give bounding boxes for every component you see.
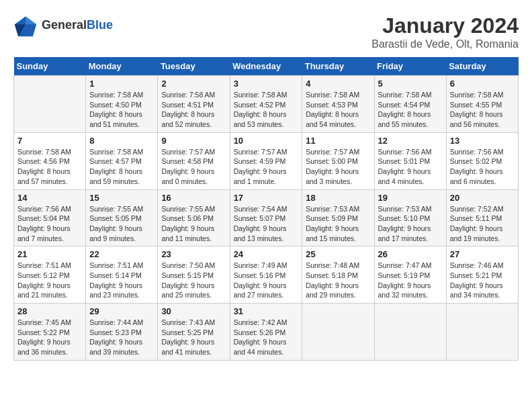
day-header-tuesday: Tuesday xyxy=(158,57,230,76)
calendar-cell xyxy=(14,76,86,133)
day-info: Sunrise: 7:57 AM Sunset: 4:59 PM Dayligh… xyxy=(234,147,299,187)
logo: GeneralBlue xyxy=(13,13,113,38)
day-number: 15 xyxy=(89,193,154,203)
day-info: Sunrise: 7:55 AM Sunset: 5:05 PM Dayligh… xyxy=(89,204,154,244)
day-info: Sunrise: 7:47 AM Sunset: 5:19 PM Dayligh… xyxy=(378,261,443,300)
day-header-wednesday: Wednesday xyxy=(230,57,302,76)
day-info: Sunrise: 7:48 AM Sunset: 5:18 PM Dayligh… xyxy=(306,261,370,300)
calendar-cell: 27Sunrise: 7:46 AM Sunset: 5:21 PM Dayli… xyxy=(446,246,518,304)
day-number: 7 xyxy=(17,136,82,146)
day-number: 8 xyxy=(89,136,154,146)
day-number: 25 xyxy=(306,249,370,259)
page-title: January 2024 xyxy=(371,13,519,38)
calendar-cell: 7Sunrise: 7:58 AM Sunset: 4:56 PM Daylig… xyxy=(14,132,86,189)
day-number: 17 xyxy=(234,193,299,203)
calendar-cell xyxy=(374,304,446,361)
calendar-cell: 28Sunrise: 7:45 AM Sunset: 5:22 PM Dayli… xyxy=(14,304,86,361)
day-number: 12 xyxy=(378,136,443,146)
day-number: 27 xyxy=(450,249,515,259)
calendar-cell: 16Sunrise: 7:55 AM Sunset: 5:06 PM Dayli… xyxy=(158,189,230,246)
day-number: 9 xyxy=(161,136,226,146)
day-info: Sunrise: 7:56 AM Sunset: 5:04 PM Dayligh… xyxy=(17,204,82,244)
logo-text: GeneralBlue xyxy=(42,19,113,32)
day-info: Sunrise: 7:57 AM Sunset: 4:58 PM Dayligh… xyxy=(161,147,226,187)
day-number: 1 xyxy=(89,79,154,89)
day-info: Sunrise: 7:46 AM Sunset: 5:21 PM Dayligh… xyxy=(450,261,515,300)
header-row: SundayMondayTuesdayWednesdayThursdayFrid… xyxy=(14,57,519,76)
calendar-cell: 6Sunrise: 7:58 AM Sunset: 4:55 PM Daylig… xyxy=(446,76,518,133)
calendar-cell: 19Sunrise: 7:53 AM Sunset: 5:10 PM Dayli… xyxy=(374,189,446,246)
calendar-cell: 11Sunrise: 7:57 AM Sunset: 5:00 PM Dayli… xyxy=(302,132,374,189)
day-number: 19 xyxy=(378,193,443,203)
day-number: 3 xyxy=(234,79,299,89)
day-number: 4 xyxy=(306,79,370,89)
calendar-cell: 20Sunrise: 7:52 AM Sunset: 5:11 PM Dayli… xyxy=(446,189,518,246)
day-number: 23 xyxy=(161,249,226,259)
day-number: 5 xyxy=(378,79,443,89)
calendar-cell: 13Sunrise: 7:56 AM Sunset: 5:02 PM Dayli… xyxy=(446,132,518,189)
day-header-saturday: Saturday xyxy=(446,57,518,76)
day-info: Sunrise: 7:43 AM Sunset: 5:25 PM Dayligh… xyxy=(161,318,226,357)
calendar-cell: 4Sunrise: 7:58 AM Sunset: 4:53 PM Daylig… xyxy=(302,76,374,133)
day-number: 20 xyxy=(450,193,515,203)
calendar-cell: 17Sunrise: 7:54 AM Sunset: 5:07 PM Dayli… xyxy=(230,189,302,246)
day-info: Sunrise: 7:51 AM Sunset: 5:12 PM Dayligh… xyxy=(17,261,82,300)
page-subtitle: Barastii de Vede, Olt, Romania xyxy=(371,38,519,50)
calendar-cell: 30Sunrise: 7:43 AM Sunset: 5:25 PM Dayli… xyxy=(158,304,230,361)
day-number: 11 xyxy=(306,136,370,146)
day-info: Sunrise: 7:45 AM Sunset: 5:22 PM Dayligh… xyxy=(17,318,82,357)
day-number: 26 xyxy=(378,249,443,259)
day-info: Sunrise: 7:58 AM Sunset: 4:50 PM Dayligh… xyxy=(89,90,154,130)
day-number: 6 xyxy=(450,79,515,89)
day-number: 2 xyxy=(161,79,226,89)
day-header-monday: Monday xyxy=(86,57,158,76)
day-info: Sunrise: 7:58 AM Sunset: 4:57 PM Dayligh… xyxy=(89,147,154,187)
title-block: January 2024 Barastii de Vede, Olt, Roma… xyxy=(371,13,519,50)
calendar-table: SundayMondayTuesdayWednesdayThursdayFrid… xyxy=(13,57,519,361)
day-number: 14 xyxy=(17,193,82,203)
day-info: Sunrise: 7:58 AM Sunset: 4:54 PM Dayligh… xyxy=(378,90,443,130)
day-header-friday: Friday xyxy=(374,57,446,76)
calendar-cell: 8Sunrise: 7:58 AM Sunset: 4:57 PM Daylig… xyxy=(86,132,158,189)
calendar-header: SundayMondayTuesdayWednesdayThursdayFrid… xyxy=(14,57,519,76)
calendar-cell: 26Sunrise: 7:47 AM Sunset: 5:19 PM Dayli… xyxy=(374,246,446,304)
day-info: Sunrise: 7:58 AM Sunset: 4:52 PM Dayligh… xyxy=(234,90,299,130)
day-info: Sunrise: 7:56 AM Sunset: 5:01 PM Dayligh… xyxy=(378,147,443,187)
day-number: 31 xyxy=(234,306,299,316)
calendar-cell: 1Sunrise: 7:58 AM Sunset: 4:50 PM Daylig… xyxy=(86,76,158,133)
day-info: Sunrise: 7:52 AM Sunset: 5:11 PM Dayligh… xyxy=(450,204,515,244)
week-row-4: 28Sunrise: 7:45 AM Sunset: 5:22 PM Dayli… xyxy=(14,304,519,361)
calendar-cell: 12Sunrise: 7:56 AM Sunset: 5:01 PM Dayli… xyxy=(374,132,446,189)
day-info: Sunrise: 7:42 AM Sunset: 5:26 PM Dayligh… xyxy=(234,318,299,357)
day-info: Sunrise: 7:57 AM Sunset: 5:00 PM Dayligh… xyxy=(306,147,370,187)
calendar-cell: 29Sunrise: 7:44 AM Sunset: 5:23 PM Dayli… xyxy=(86,304,158,361)
calendar-cell xyxy=(302,304,374,361)
day-info: Sunrise: 7:58 AM Sunset: 4:51 PM Dayligh… xyxy=(161,90,226,130)
day-info: Sunrise: 7:51 AM Sunset: 5:14 PM Dayligh… xyxy=(89,261,154,300)
calendar-cell: 24Sunrise: 7:49 AM Sunset: 5:16 PM Dayli… xyxy=(230,246,302,304)
page-header: GeneralBlue January 2024 Barastii de Ved… xyxy=(13,13,519,50)
calendar-cell: 14Sunrise: 7:56 AM Sunset: 5:04 PM Dayli… xyxy=(14,189,86,246)
day-number: 29 xyxy=(89,306,154,316)
week-row-2: 14Sunrise: 7:56 AM Sunset: 5:04 PM Dayli… xyxy=(14,189,519,246)
week-row-3: 21Sunrise: 7:51 AM Sunset: 5:12 PM Dayli… xyxy=(14,246,519,304)
day-number: 16 xyxy=(161,193,226,203)
week-row-1: 7Sunrise: 7:58 AM Sunset: 4:56 PM Daylig… xyxy=(14,132,519,189)
day-header-thursday: Thursday xyxy=(302,57,374,76)
day-info: Sunrise: 7:53 AM Sunset: 5:10 PM Dayligh… xyxy=(378,204,443,244)
calendar-cell: 2Sunrise: 7:58 AM Sunset: 4:51 PM Daylig… xyxy=(158,76,230,133)
day-info: Sunrise: 7:50 AM Sunset: 5:15 PM Dayligh… xyxy=(161,261,226,300)
day-info: Sunrise: 7:53 AM Sunset: 5:09 PM Dayligh… xyxy=(306,204,370,244)
svg-marker-1 xyxy=(26,17,36,25)
calendar-body: 1Sunrise: 7:58 AM Sunset: 4:50 PM Daylig… xyxy=(14,76,519,361)
day-info: Sunrise: 7:58 AM Sunset: 4:56 PM Dayligh… xyxy=(17,147,82,187)
calendar-cell: 9Sunrise: 7:57 AM Sunset: 4:58 PM Daylig… xyxy=(158,132,230,189)
calendar-cell xyxy=(446,304,518,361)
calendar-cell: 21Sunrise: 7:51 AM Sunset: 5:12 PM Dayli… xyxy=(14,246,86,304)
day-number: 21 xyxy=(17,249,82,259)
day-info: Sunrise: 7:55 AM Sunset: 5:06 PM Dayligh… xyxy=(161,204,226,244)
day-info: Sunrise: 7:58 AM Sunset: 4:55 PM Dayligh… xyxy=(450,90,515,130)
logo-icon xyxy=(13,13,38,38)
week-row-0: 1Sunrise: 7:58 AM Sunset: 4:50 PM Daylig… xyxy=(14,76,519,133)
day-number: 24 xyxy=(234,249,299,259)
